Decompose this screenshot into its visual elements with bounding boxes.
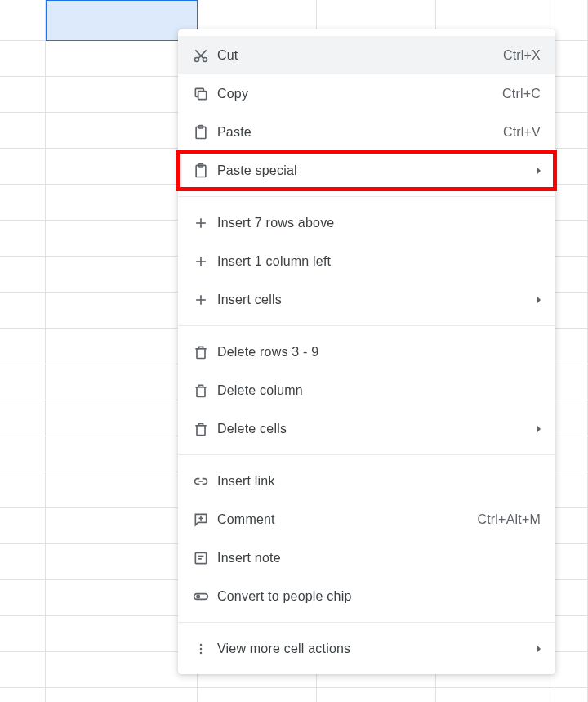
svg-point-22 — [200, 643, 203, 646]
trash-icon — [193, 419, 217, 439]
grid-cell[interactable] — [46, 580, 198, 616]
grid-cell[interactable] — [0, 508, 46, 544]
menu-label: Insert note — [217, 551, 541, 566]
grid-cell[interactable] — [0, 544, 46, 580]
grid-cell[interactable] — [555, 688, 588, 702]
grid-cell[interactable] — [555, 293, 588, 329]
grid-cell[interactable] — [555, 508, 588, 544]
menu-label: Delete rows 3 - 9 — [217, 345, 541, 360]
menu-item-insert-rows-above[interactable]: Insert 7 rows above — [178, 203, 555, 242]
menu-item-delete-column[interactable]: Delete column — [178, 371, 555, 409]
chevron-right-icon — [537, 425, 541, 433]
grid-cell[interactable] — [0, 616, 46, 652]
menu-label: Copy — [217, 87, 502, 101]
menu-item-convert-people-chip[interactable]: Convert to people chip — [178, 577, 555, 615]
grid-cell[interactable] — [46, 185, 198, 221]
menu-item-paste[interactable]: Paste Ctrl+V — [178, 113, 555, 151]
menu-divider — [178, 454, 555, 455]
grid-cell[interactable] — [0, 221, 46, 257]
grid-cell[interactable] — [46, 149, 198, 185]
grid-cell[interactable] — [46, 652, 198, 688]
grid-cell[interactable] — [555, 41, 588, 77]
grid-cell[interactable] — [0, 41, 46, 77]
grid-cell[interactable] — [46, 329, 198, 364]
svg-rect-4 — [198, 91, 207, 99]
grid-cell[interactable] — [0, 364, 46, 400]
grid-cell[interactable] — [555, 400, 588, 436]
grid-cell[interactable] — [555, 77, 588, 113]
grid-cell[interactable] — [0, 652, 46, 688]
menu-item-cut[interactable]: Cut Ctrl+X — [178, 36, 555, 74]
menu-item-comment[interactable]: Comment Ctrl+Alt+M — [178, 500, 555, 539]
grid-cell[interactable] — [0, 436, 46, 472]
trash-icon — [193, 342, 217, 362]
grid-cell[interactable] — [0, 472, 46, 508]
svg-point-21 — [197, 595, 199, 597]
grid-cell[interactable] — [555, 113, 588, 149]
grid-cell[interactable] — [46, 77, 198, 113]
menu-divider — [178, 196, 555, 197]
grid-cell[interactable] — [0, 400, 46, 436]
chevron-right-icon — [537, 167, 541, 175]
grid-cell[interactable] — [0, 329, 46, 364]
grid-cell[interactable] — [0, 77, 46, 113]
grid-cell[interactable] — [0, 688, 46, 702]
menu-label: Delete cells — [217, 422, 530, 436]
grid-cell[interactable] — [555, 0, 588, 41]
grid-cell[interactable] — [555, 652, 588, 688]
svg-point-1 — [203, 57, 207, 61]
grid-cell[interactable] — [0, 257, 46, 293]
menu-label: Paste special — [217, 163, 530, 178]
grid-cell[interactable] — [46, 364, 198, 400]
grid-cell[interactable] — [555, 472, 588, 508]
grid-cell[interactable] — [0, 0, 46, 41]
grid-cell[interactable] — [46, 616, 198, 652]
grid-cell[interactable] — [555, 364, 588, 400]
menu-item-delete-cells[interactable]: Delete cells — [178, 409, 555, 448]
menu-item-insert-link[interactable]: Insert link — [178, 462, 555, 500]
grid-cell[interactable] — [555, 580, 588, 616]
grid-cell[interactable] — [555, 436, 588, 472]
grid-cell[interactable] — [436, 688, 555, 702]
grid-cell[interactable] — [46, 544, 198, 580]
grid-cell[interactable] — [0, 185, 46, 221]
menu-label: View more cell actions — [217, 642, 530, 656]
grid-cell[interactable] — [46, 221, 198, 257]
menu-item-copy[interactable]: Copy Ctrl+C — [178, 74, 555, 113]
grid-cell[interactable] — [46, 508, 198, 544]
menu-item-insert-note[interactable]: Insert note — [178, 539, 555, 577]
menu-item-view-more-actions[interactable]: View more cell actions — [178, 629, 555, 668]
grid-cell[interactable] — [0, 149, 46, 185]
menu-divider — [178, 325, 555, 326]
trash-icon — [193, 381, 217, 400]
grid-cell[interactable] — [46, 436, 198, 472]
menu-shortcut: Ctrl+Alt+M — [477, 512, 541, 527]
menu-item-delete-rows[interactable]: Delete rows 3 - 9 — [178, 333, 555, 371]
grid-cell[interactable] — [0, 113, 46, 149]
menu-item-paste-special[interactable]: Paste special — [178, 151, 555, 190]
cell-selection[interactable] — [46, 0, 198, 41]
grid-cell[interactable] — [555, 544, 588, 580]
grid-cell[interactable] — [46, 293, 198, 329]
grid-cell[interactable] — [555, 257, 588, 293]
grid-cell[interactable] — [198, 688, 317, 702]
grid-cell[interactable] — [46, 472, 198, 508]
grid-cell[interactable] — [46, 41, 198, 77]
menu-label: Delete column — [217, 383, 541, 398]
grid-cell[interactable] — [555, 616, 588, 652]
grid-cell[interactable] — [46, 400, 198, 436]
grid-cell[interactable] — [46, 257, 198, 293]
grid-cell[interactable] — [46, 113, 198, 149]
comment-icon — [193, 510, 217, 530]
grid-cell[interactable] — [555, 185, 588, 221]
people-chip-icon — [193, 587, 217, 606]
grid-cell[interactable] — [555, 329, 588, 364]
grid-cell[interactable] — [555, 221, 588, 257]
menu-item-insert-cells[interactable]: Insert cells — [178, 280, 555, 319]
menu-item-insert-column-left[interactable]: Insert 1 column left — [178, 242, 555, 280]
grid-cell[interactable] — [46, 688, 198, 702]
grid-cell[interactable] — [317, 688, 436, 702]
grid-cell[interactable] — [555, 149, 588, 185]
grid-cell[interactable] — [0, 580, 46, 616]
grid-cell[interactable] — [0, 293, 46, 329]
